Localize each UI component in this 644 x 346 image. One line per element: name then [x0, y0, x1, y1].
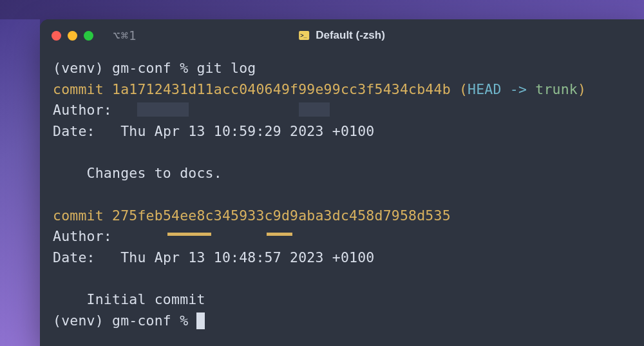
maximize-button[interactable]	[84, 31, 93, 41]
commit-label: commit	[53, 207, 112, 224]
head-ref: HEAD ->	[468, 81, 535, 97]
desktop-background	[0, 19, 40, 346]
date-label: Date:	[53, 123, 120, 139]
ref-close: )	[578, 81, 586, 97]
commit-message: Initial commit	[53, 289, 631, 311]
author-label: Author:	[53, 102, 120, 118]
shell-icon: >_	[299, 31, 309, 40]
prompt: (venv) gm-conf %	[53, 60, 196, 76]
minimize-button[interactable]	[68, 31, 77, 41]
date-label: Date:	[53, 249, 120, 265]
redacted-block	[137, 102, 189, 117]
redacted-block	[167, 233, 211, 236]
close-button[interactable]	[52, 31, 61, 41]
terminal-window: ⌥⌘1 >_ Default (-zsh) (venv) gm-conf % g…	[40, 19, 644, 346]
terminal-body[interactable]: (venv) gm-conf % git log commit 1a171243…	[40, 52, 644, 338]
commit-hash: 1a1712431d11acc040649f99e99cc3f5434cb44b	[112, 81, 451, 97]
blank-line	[53, 142, 631, 164]
ref-open: (	[451, 81, 468, 97]
redacted-block	[299, 102, 330, 117]
cursor	[196, 312, 205, 329]
commit-hash: 275feb54ee8c345933c9d9aba3dc458d7958d535	[112, 207, 451, 224]
commit-label: commit	[53, 81, 112, 97]
blank-line	[53, 184, 631, 206]
commit-line: commit 1a1712431d11acc040649f99e99cc3f54…	[53, 79, 631, 101]
date-line: Date: Thu Apr 13 10:59:29 2023 +0100	[53, 121, 631, 142]
prompt: (venv) gm-conf %	[53, 312, 196, 329]
date-value: Thu Apr 13 10:59:29 2023 +0100	[120, 123, 374, 139]
commit-line: commit 275feb54ee8c345933c9d9aba3dc458d7…	[53, 206, 631, 227]
blank-line	[53, 269, 631, 290]
author-line: Author:	[53, 100, 631, 121]
prompt-line: (venv) gm-conf % git log	[53, 58, 631, 79]
tab-indicator: ⌥⌘1	[113, 28, 137, 43]
window-title: Default (-zsh)	[316, 29, 385, 42]
prompt-line: (venv) gm-conf %	[53, 311, 631, 332]
date-value: Thu Apr 13 10:48:57 2023 +0100	[120, 249, 374, 265]
window-controls	[52, 31, 93, 41]
author-label: Author:	[53, 228, 120, 244]
commit-message: Changes to docs.	[53, 163, 631, 184]
branch-name: trunk	[535, 81, 578, 97]
redacted-block	[267, 233, 292, 236]
command-text: git log	[196, 60, 256, 76]
titlebar[interactable]: ⌥⌘1 >_ Default (-zsh)	[40, 19, 644, 52]
date-line: Date: Thu Apr 13 10:48:57 2023 +0100	[53, 247, 631, 269]
author-line: Author:	[53, 226, 631, 247]
window-title-group: >_ Default (-zsh)	[299, 29, 385, 42]
